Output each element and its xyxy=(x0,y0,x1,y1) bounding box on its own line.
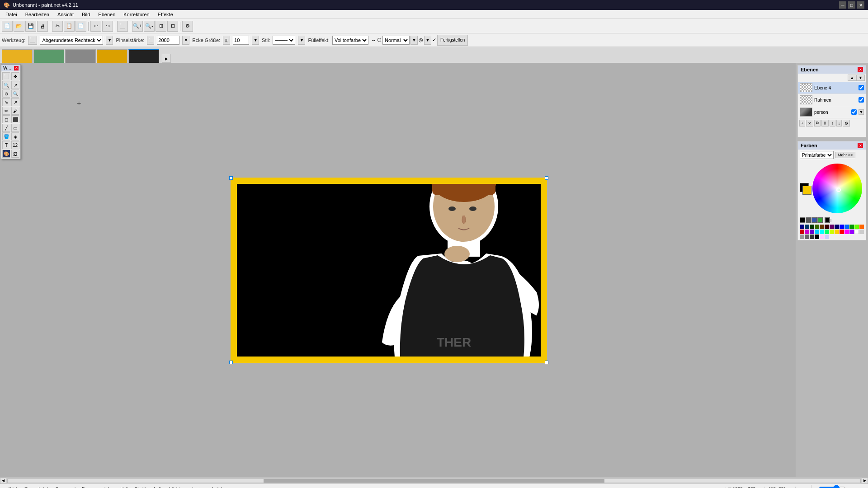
float-toolbox-close[interactable]: ✕ xyxy=(14,66,19,70)
palette-color-5[interactable] xyxy=(820,225,824,229)
print-button[interactable]: 🖨 xyxy=(37,21,48,32)
swatch-gray1[interactable] xyxy=(806,217,811,223)
swatch-green[interactable] xyxy=(817,217,823,223)
text-tool[interactable]: T xyxy=(2,141,10,149)
ecke-dropdown[interactable]: ▼ xyxy=(252,36,259,45)
menu-bearbeiten[interactable]: Bearbeiten xyxy=(22,11,53,18)
pencil-tool[interactable]: ✏ xyxy=(2,107,10,115)
stil-select[interactable]: ───── xyxy=(273,36,295,45)
image-tab-3[interactable] xyxy=(65,49,96,63)
rect-select-tool[interactable]: ⬛ xyxy=(11,115,19,123)
layer-item-rahmen[interactable]: Rahmen xyxy=(798,94,866,106)
menu-korrekturen[interactable]: Korrekturen xyxy=(120,11,153,18)
text-tool2[interactable]: 12 xyxy=(11,141,19,149)
palette-color-20[interactable] xyxy=(830,230,834,234)
palette-color-18[interactable] xyxy=(820,230,824,234)
layers-scroll-down[interactable]: ▼ xyxy=(856,75,865,81)
palette-color-23[interactable] xyxy=(844,230,849,234)
line-tool[interactable]: ╱ xyxy=(2,124,10,132)
palette-color-16[interactable] xyxy=(810,230,814,234)
minimize-button[interactable]: ─ xyxy=(839,1,846,9)
fit-window-button[interactable]: ⊞ xyxy=(156,21,166,32)
select-rect-tool[interactable]: ⬜ xyxy=(2,72,10,80)
float-toolbox-header[interactable]: W... ✕ xyxy=(1,65,20,71)
tool-options-btn[interactable]: ▼ xyxy=(106,36,113,45)
palette-color-30[interactable] xyxy=(815,235,819,239)
maximize-button[interactable]: □ xyxy=(848,1,855,9)
palette-color-2[interactable] xyxy=(805,225,809,229)
layer-visibility-ebene4[interactable] xyxy=(859,85,864,90)
palette-color-6[interactable] xyxy=(825,225,829,229)
layer-visibility-rahmen[interactable] xyxy=(859,97,864,103)
deselect-button[interactable]: ⬜ xyxy=(117,21,128,32)
layer-person-options[interactable]: ▼ xyxy=(859,109,864,115)
color-mode-select[interactable]: Primärfarbe xyxy=(800,151,834,159)
layer-duplicate-button[interactable]: ⧉ xyxy=(814,120,821,127)
blend-mode-dropdown[interactable]: ▼ xyxy=(410,36,418,45)
palette-color-22[interactable] xyxy=(840,230,844,234)
fill-tool[interactable]: 🪣 xyxy=(2,132,10,141)
handle-tr[interactable] xyxy=(545,176,548,180)
active-swatch[interactable] xyxy=(825,217,830,223)
palette-color-14[interactable] xyxy=(800,230,804,234)
color-wheel[interactable] xyxy=(812,164,862,213)
palette-color-31[interactable] xyxy=(820,235,824,239)
mehr-button[interactable]: Mehr >> xyxy=(835,152,855,158)
select-move-tool[interactable]: ✥ xyxy=(11,72,19,80)
zoom-out-button[interactable]: 🔍- xyxy=(144,21,155,32)
menu-ansicht[interactable]: Ansicht xyxy=(54,11,77,18)
scroll-thumb-h[interactable] xyxy=(264,479,604,483)
settings-button[interactable]: ⚙ xyxy=(182,21,193,32)
menu-datei[interactable]: Datei xyxy=(2,11,21,18)
brush-tool[interactable]: 🖌 xyxy=(11,107,19,115)
color-picker-tool[interactable]: 🎨 xyxy=(2,150,10,158)
close-button[interactable]: ✕ xyxy=(857,1,864,9)
eraser-tool[interactable]: ◻ xyxy=(2,115,10,123)
palette-color-19[interactable] xyxy=(825,230,829,234)
paste-button[interactable]: 📄 xyxy=(75,21,86,32)
palette-color-28[interactable] xyxy=(805,235,809,239)
handle-tl[interactable] xyxy=(229,176,233,180)
palette-color-8[interactable] xyxy=(835,225,839,229)
layer-add-button[interactable]: + xyxy=(799,120,805,127)
pinsel-value-input[interactable] xyxy=(157,36,179,45)
pinsel-dropdown[interactable]: ▼ xyxy=(182,36,189,45)
new-tab-button[interactable]: ▸ xyxy=(162,54,171,63)
palette-color-25[interactable] xyxy=(854,230,859,234)
copy-button[interactable]: 📋 xyxy=(64,21,75,32)
image-tab-4[interactable] xyxy=(97,49,127,63)
shape-tool[interactable]: ▭ xyxy=(11,124,19,132)
layer-up-button[interactable]: ↑ xyxy=(830,120,835,127)
curve-tool[interactable]: ∿ xyxy=(2,98,10,106)
layer-prop-button[interactable]: ⚙ xyxy=(843,120,850,127)
alpha-dropdown[interactable]: ▼ xyxy=(424,36,431,45)
background-swatch[interactable] xyxy=(802,186,811,195)
palette-color-15[interactable] xyxy=(805,230,809,234)
menu-ebenen[interactable]: Ebenen xyxy=(94,11,119,18)
palette-color-4[interactable] xyxy=(815,225,819,229)
zoom-in-button[interactable]: 🔍+ xyxy=(132,21,143,32)
redo-button[interactable]: ↪ xyxy=(102,21,113,32)
colors-panel-close[interactable]: ✕ xyxy=(858,143,863,148)
magic-wand-tool[interactable]: ↗ xyxy=(11,81,19,89)
palette-color-24[interactable] xyxy=(849,230,854,234)
stamp-tool[interactable]: 🖼 xyxy=(11,150,19,158)
layer-merge-button[interactable]: ⬇ xyxy=(821,120,829,127)
primary-color-swatch[interactable] xyxy=(800,183,807,194)
zoom-slider[interactable] xyxy=(819,485,846,488)
stil-dropdown[interactable]: ▼ xyxy=(298,36,305,45)
palette-color-26[interactable] xyxy=(859,230,864,234)
image-tab-2[interactable] xyxy=(33,49,64,63)
zoom-tool[interactable]: ⊙ xyxy=(2,89,10,98)
palette-color-7[interactable] xyxy=(830,225,834,229)
palette-color-10[interactable] xyxy=(844,225,849,229)
palette-color-3[interactable] xyxy=(810,225,814,229)
gradient-tool[interactable]: ◈ xyxy=(11,132,19,141)
layers-panel-close[interactable]: ✕ xyxy=(858,67,863,72)
tool-name-select[interactable]: Abgerundetes Rechteck xyxy=(40,36,103,45)
fuell-select[interactable]: Volltonfarbe xyxy=(332,36,368,45)
palette-color-1[interactable] xyxy=(800,225,804,229)
undo-button[interactable]: ↩ xyxy=(90,21,101,32)
menu-effekte[interactable]: Effekte xyxy=(154,11,177,18)
palette-color-27[interactable] xyxy=(800,235,804,239)
